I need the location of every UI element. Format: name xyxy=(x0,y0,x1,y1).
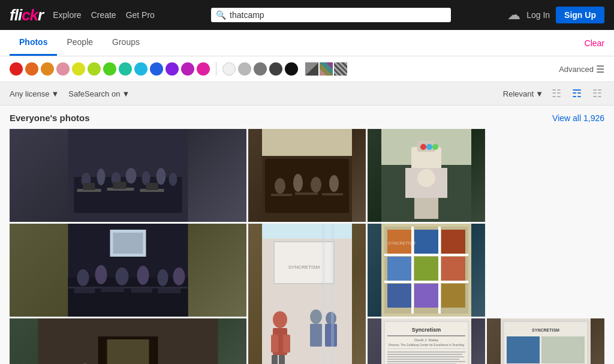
svg-point-53 xyxy=(273,311,287,328)
svg-rect-46 xyxy=(131,288,152,293)
svg-rect-135 xyxy=(507,336,540,363)
svg-rect-22 xyxy=(295,192,318,195)
tab-photos[interactable]: Photos xyxy=(10,30,57,56)
photo-image: Syncretism David J. Staley Director, The… xyxy=(368,318,485,364)
color-darkgray[interactable] xyxy=(269,62,282,76)
svg-point-3 xyxy=(97,169,106,185)
photo-item[interactable]: SYNCRETISM xyxy=(248,224,366,364)
color-preset-3[interactable] xyxy=(334,62,347,76)
color-cyan[interactable] xyxy=(134,62,148,76)
svg-text:Director, The Goldberg Center : Director, The Goldberg Center for Excell… xyxy=(389,343,464,347)
svg-rect-72 xyxy=(414,257,438,281)
safesearch-filter[interactable]: SafeSearch on ▼ xyxy=(68,89,130,98)
photo-item[interactable] xyxy=(10,318,246,364)
sliders-icon: ☰ xyxy=(596,64,604,75)
license-label: Any license xyxy=(10,89,49,98)
photo-item[interactable] xyxy=(10,129,246,222)
color-magenta[interactable] xyxy=(197,62,210,76)
license-filter[interactable]: Any license ▼ xyxy=(10,89,59,98)
color-red[interactable] xyxy=(10,62,23,76)
svg-rect-65 xyxy=(331,224,334,364)
svg-point-33 xyxy=(417,169,435,187)
svg-rect-45 xyxy=(101,287,124,292)
svg-rect-79 xyxy=(384,254,468,256)
photo-item[interactable]: SYNCRETISM W xyxy=(487,318,604,364)
color-green2[interactable] xyxy=(119,62,132,76)
color-orange2[interactable] xyxy=(41,62,54,76)
color-orange1[interactable] xyxy=(25,62,38,76)
svg-text:David J. Staley: David J. Staley xyxy=(414,338,438,342)
justified-view-button[interactable]: ☶ xyxy=(570,86,584,101)
search-input[interactable]: thatcamp xyxy=(230,10,446,20)
color-violet[interactable] xyxy=(165,62,179,76)
color-pink[interactable] xyxy=(56,62,70,76)
svg-point-20 xyxy=(329,175,339,192)
svg-point-29 xyxy=(420,144,426,150)
color-filter-bar: Advanced ☰ xyxy=(0,56,614,82)
list-view-button[interactable]: ☷ xyxy=(590,86,604,101)
photo-item[interactable] xyxy=(10,224,246,317)
nav-getpro[interactable]: Get Pro xyxy=(126,10,155,20)
svg-rect-73 xyxy=(441,257,465,281)
svg-rect-43 xyxy=(68,287,188,288)
photo-image xyxy=(248,129,366,222)
svg-rect-21 xyxy=(271,194,292,196)
view-all-link[interactable]: View all 1,926 xyxy=(552,113,604,123)
clear-button[interactable]: Clear xyxy=(585,38,604,48)
upload-button[interactable]: ☁ xyxy=(507,7,520,23)
svg-rect-136 xyxy=(541,336,585,363)
color-separator xyxy=(216,62,216,76)
svg-rect-55 xyxy=(271,335,278,353)
svg-rect-13 xyxy=(113,182,127,189)
svg-rect-61 xyxy=(310,324,322,347)
sort-filter[interactable]: Relevant ▼ xyxy=(503,89,543,98)
svg-rect-80 xyxy=(384,281,468,283)
tab-groups[interactable]: Groups xyxy=(103,30,149,56)
photo-image xyxy=(10,224,246,317)
tab-people[interactable]: People xyxy=(57,30,103,56)
photo-item[interactable]: SYNCRETISM xyxy=(368,224,485,317)
svg-rect-115 xyxy=(387,348,465,349)
color-green1[interactable] xyxy=(103,62,116,76)
signup-button[interactable]: Sign Up xyxy=(556,7,604,23)
color-yellow2[interactable] xyxy=(88,62,101,76)
svg-rect-63 xyxy=(262,224,352,239)
header: flickr Explore Create Get Pro 🔍 thatcamp… xyxy=(0,0,614,30)
nav-links: Explore Create Get Pro xyxy=(53,10,155,20)
svg-rect-47 xyxy=(158,288,181,293)
sort-right: Relevant ▼ ☷ ☶ ☷ xyxy=(503,86,604,101)
svg-text:Syncretism: Syncretism xyxy=(412,327,441,333)
svg-point-37 xyxy=(77,269,89,286)
advanced-button[interactable]: Advanced ☰ xyxy=(559,64,604,75)
logo: flickr xyxy=(10,6,43,25)
login-button[interactable]: Log In xyxy=(526,10,550,20)
sort-label: Relevant xyxy=(503,89,534,98)
color-white[interactable] xyxy=(222,62,236,76)
nav-create[interactable]: Create xyxy=(91,10,116,20)
photo-grid: SYNCRETISM xyxy=(10,129,604,364)
color-blue[interactable] xyxy=(150,62,163,76)
chevron-down-icon2: ▼ xyxy=(122,89,130,98)
color-yellow1[interactable] xyxy=(72,62,85,76)
nav-explore[interactable]: Explore xyxy=(53,10,81,20)
photo-item[interactable] xyxy=(368,129,485,222)
advanced-label: Advanced xyxy=(559,65,594,74)
color-purple[interactable] xyxy=(181,62,194,76)
svg-point-31 xyxy=(432,144,438,150)
photo-item[interactable]: Syncretism David J. Staley Director, The… xyxy=(368,318,485,364)
color-preset-1[interactable] xyxy=(305,62,318,76)
color-lightgray[interactable] xyxy=(238,62,251,76)
svg-point-8 xyxy=(169,173,177,186)
color-black[interactable] xyxy=(285,62,298,76)
photo-image: SYNCRETISM xyxy=(368,224,485,317)
svg-rect-44 xyxy=(74,288,95,293)
photo-item[interactable] xyxy=(248,129,366,222)
svg-rect-34 xyxy=(414,198,438,219)
search-bar: 🔍 thatcamp xyxy=(211,8,451,22)
svg-rect-49 xyxy=(113,233,143,254)
grid-view-button[interactable]: ☷ xyxy=(549,86,564,101)
search-icon: 🔍 xyxy=(216,10,226,20)
color-gray[interactable] xyxy=(254,62,267,76)
color-preset-2[interactable] xyxy=(320,62,333,76)
svg-point-18 xyxy=(293,174,303,192)
